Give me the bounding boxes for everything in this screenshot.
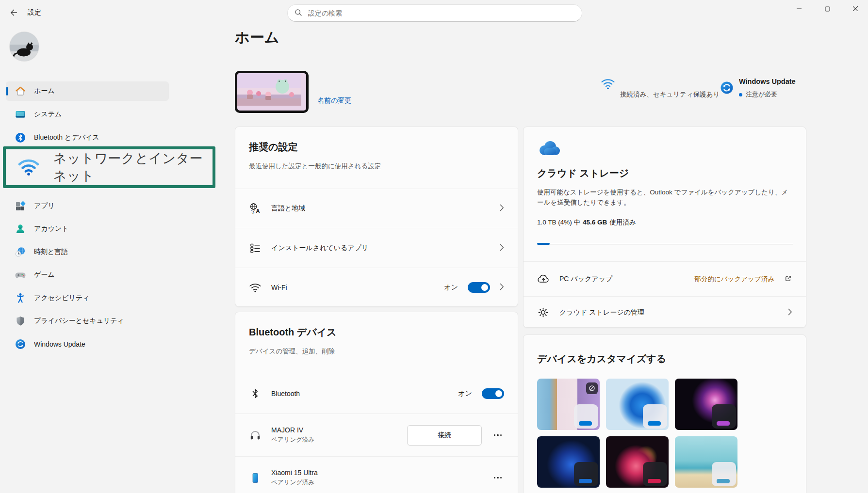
windows-update-status-icon bbox=[720, 80, 734, 96]
wifi-toggle[interactable] bbox=[468, 282, 490, 293]
cloud-description: 使用可能なストレージを使用すると、Outlook でファイルをバックアップしたり… bbox=[537, 187, 792, 207]
card-subtitle: 最近使用した設定と一般的に使用される設定 bbox=[249, 162, 381, 171]
wifi-icon bbox=[17, 158, 40, 177]
sidebar-item-privacy[interactable]: プライバシーとセキュリティ bbox=[6, 311, 169, 331]
theme-thumbnail-light-bloom[interactable] bbox=[606, 379, 669, 430]
card-subtitle: デバイスの管理、追加、削除 bbox=[249, 347, 335, 356]
sidebar-item-label: 時刻と言語 bbox=[34, 248, 68, 256]
sidebar-item-windows-update[interactable]: Windows Update bbox=[6, 334, 169, 354]
attention-dot bbox=[739, 93, 742, 96]
row-installed-apps[interactable]: インストールされているアプリ bbox=[235, 228, 518, 268]
theme-thumbnail-beach[interactable] bbox=[675, 436, 737, 488]
row-label: Wi-Fi bbox=[271, 284, 434, 291]
theme-thumbnail-flower[interactable] bbox=[606, 436, 669, 488]
storage-usage: 1.0 TB (4%) 中45.6 GB使用済み bbox=[537, 218, 636, 227]
sidebar-item-gaming[interactable]: ゲーム bbox=[6, 265, 169, 285]
bluetooth-icon bbox=[15, 132, 26, 143]
back-button[interactable] bbox=[7, 6, 20, 20]
sidebar-item-bluetooth[interactable]: Bluetooth とデバイス bbox=[6, 128, 169, 147]
taskbar-preview bbox=[574, 404, 598, 429]
system-icon bbox=[15, 109, 26, 120]
time-language-icon bbox=[15, 246, 26, 258]
shield-icon bbox=[15, 315, 26, 327]
row-language-region[interactable]: A字 言語と地域 bbox=[235, 189, 518, 228]
sidebar-item-accessibility[interactable]: アクセシビリティ bbox=[6, 288, 169, 308]
taskbar-preview bbox=[643, 462, 667, 486]
card-title: 推奨の設定 bbox=[249, 141, 297, 154]
cloud-backup-icon bbox=[537, 273, 550, 286]
svg-text:A: A bbox=[256, 208, 260, 214]
close-button[interactable] bbox=[844, 0, 867, 17]
maximize-icon bbox=[825, 6, 830, 12]
progress-fill bbox=[537, 243, 550, 245]
sidebar-item-apps[interactable]: アプリ bbox=[6, 196, 169, 216]
row-device-major-iv[interactable]: MAJOR IV ペアリング済み 接続 bbox=[235, 413, 518, 456]
taskbar-preview bbox=[574, 462, 598, 486]
wifi-status-text: 接続済み、セキュリティ保護あり bbox=[620, 90, 720, 99]
user-avatar[interactable] bbox=[10, 32, 39, 61]
row-manage-cloud-storage[interactable]: クラウド ストレージの管理 bbox=[524, 296, 806, 328]
device-name: MAJOR IV bbox=[271, 426, 397, 434]
bluetooth-toggle[interactable] bbox=[482, 388, 504, 399]
row-bluetooth-toggle[interactable]: Bluetooth オン bbox=[235, 373, 518, 413]
connect-button[interactable]: 接続 bbox=[407, 425, 482, 445]
theme-thumbnail-eclipse[interactable] bbox=[675, 379, 737, 430]
sidebar-item-label: ゲーム bbox=[34, 270, 55, 279]
sidebar-item-home[interactable]: ホーム bbox=[6, 81, 169, 101]
page-title: ホーム bbox=[235, 28, 279, 48]
row-pc-backup[interactable]: PC バックアップ 部分的にバックアップ済み bbox=[524, 261, 806, 296]
language-region-icon: A字 bbox=[249, 202, 262, 215]
row-label: インストールされているアプリ bbox=[271, 244, 490, 253]
sidebar-item-label: ネットワークとインターネット bbox=[53, 150, 213, 185]
settings-search[interactable] bbox=[287, 4, 582, 22]
sidebar-item-system[interactable]: システム bbox=[6, 105, 169, 124]
sidebar-item-network-highlighted[interactable]: ネットワークとインターネット bbox=[3, 146, 215, 188]
spotlight-icon bbox=[586, 382, 598, 394]
row-wifi[interactable]: Wi-Fi オン bbox=[235, 268, 518, 307]
recommended-settings-card: 推奨の設定 最近使用した設定と一般的に使用される設定 A字 言語と地域 インスト… bbox=[235, 127, 518, 307]
rename-device-link[interactable]: 名前の変更 bbox=[317, 96, 351, 105]
sidebar-item-label: アクセシビリティ bbox=[34, 294, 90, 302]
sidebar-item-label: Bluetooth とデバイス bbox=[34, 133, 99, 142]
external-link-icon bbox=[784, 274, 792, 284]
more-options-button[interactable] bbox=[491, 429, 504, 442]
maximize-button[interactable] bbox=[816, 0, 838, 17]
headphones-icon bbox=[249, 429, 262, 442]
wifi-row-icon bbox=[249, 281, 262, 294]
more-options-button[interactable] bbox=[491, 472, 504, 484]
wifi-status-icon bbox=[601, 78, 615, 91]
row-label: Bluetooth bbox=[271, 390, 448, 398]
windows-update-icon bbox=[15, 338, 26, 350]
account-icon bbox=[15, 223, 26, 235]
row-label: PC バックアップ bbox=[559, 275, 685, 284]
phone-icon bbox=[249, 472, 262, 484]
theme-thumbnail-dark-bloom[interactable] bbox=[537, 436, 600, 488]
device-name: Xiaomi 15 Ultra bbox=[271, 469, 482, 477]
device-wallpaper bbox=[237, 73, 301, 106]
search-icon bbox=[295, 9, 302, 18]
chevron-right-icon bbox=[500, 283, 504, 292]
sidebar-item-accounts[interactable]: アカウント bbox=[6, 219, 169, 239]
settings-window: 設定 ホーム bbox=[0, 0, 868, 493]
customize-device-card: デバイスをカスタマイズする bbox=[523, 334, 806, 493]
window-title: 設定 bbox=[28, 8, 41, 17]
wifi-toggle-label: オン bbox=[444, 283, 458, 292]
minimize-button[interactable] bbox=[788, 0, 810, 17]
sidebar-item-time-language[interactable]: 時刻と言語 bbox=[6, 242, 169, 262]
taskbar-preview bbox=[712, 404, 736, 429]
row-device-xiaomi[interactable]: Xiaomi 15 Ultra ペアリング済み bbox=[235, 456, 518, 493]
taskbar-preview bbox=[643, 404, 667, 429]
storage-progress-bar bbox=[537, 242, 793, 245]
search-input[interactable] bbox=[307, 9, 575, 17]
progress-track bbox=[537, 244, 793, 244]
apps-icon bbox=[15, 200, 26, 212]
sidebar-item-label: アプリ bbox=[34, 202, 55, 210]
svg-text:字: 字 bbox=[251, 209, 256, 214]
theme-thumbnail-spotlight[interactable] bbox=[537, 379, 600, 430]
chevron-right-icon bbox=[500, 204, 504, 213]
card-title: デバイスをカスタマイズする bbox=[537, 352, 666, 366]
cat-photo bbox=[10, 32, 39, 61]
bluetooth-row-icon bbox=[249, 387, 262, 400]
card-title: Bluetooth デバイス bbox=[249, 326, 337, 339]
accessibility-icon bbox=[15, 292, 26, 304]
